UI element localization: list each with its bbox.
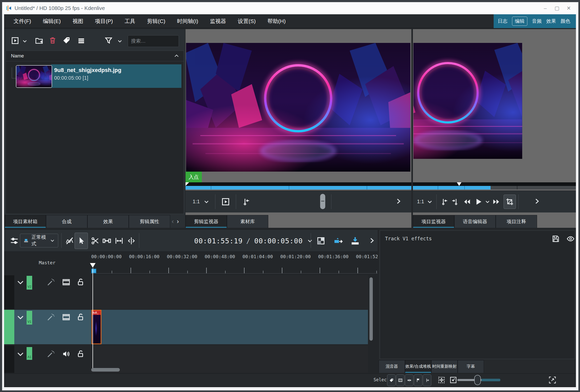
mix-clips-icon[interactable] [65,236,74,245]
zoom-level[interactable]: 1:1 [193,199,200,205]
tab-subtitles[interactable]: 字幕 [458,360,484,373]
filter-button[interactable] [104,36,113,45]
create-folder-button[interactable] [35,36,43,45]
tab-speech-editor[interactable]: 语音编辑器 [454,215,496,228]
tab-project-notes[interactable]: 项目注释 [496,215,537,228]
timeline-horizontal-scrollbar[interactable] [91,368,120,372]
insert-zone-icon[interactable] [333,236,343,246]
maximize-button[interactable]: ▢ [551,3,563,13]
menu-settings[interactable]: 设置(S) [232,14,262,28]
lock-open-icon[interactable] [76,350,85,358]
menu-tool[interactable]: 工具 [119,14,141,28]
selection-tool-button[interactable] [75,233,88,249]
timeline-vertical-scrollbar[interactable] [369,277,373,341]
resize-tool-icon[interactable] [114,236,124,245]
rewind-icon[interactable] [462,197,471,206]
mixed-audio-video-icon[interactable] [316,236,326,245]
snap-toggle[interactable] [423,374,431,386]
menu-timeline[interactable]: 时间轴(I) [171,14,204,28]
slip-tool-icon[interactable] [127,236,136,245]
tab-project-bin[interactable]: 项目素材箱 [5,215,46,228]
show-markers-toggle[interactable] [414,374,422,386]
clip-thumbnail[interactable] [16,65,52,88]
chevron-down-icon[interactable] [427,199,433,205]
tab-clip-monitor[interactable]: 剪辑监视器 [185,215,227,228]
chevron-down-icon[interactable] [203,199,210,205]
tab-time-remap[interactable]: 时间重新映射 [431,360,458,373]
delete-button[interactable] [49,36,57,44]
zoom-level[interactable]: 1:1 [417,199,424,205]
track-effects-wand-icon[interactable] [47,350,55,358]
timeline-zone-marker[interactable] [91,269,96,273]
track-effects-wand-icon[interactable] [47,313,55,322]
add-clip-button[interactable] [11,36,19,45]
tab-effects[interactable]: 效果 [87,215,129,228]
workspace-logging[interactable]: 日志 [498,18,507,25]
show-effects-eye-icon[interactable] [566,235,575,243]
menu-view[interactable]: 视图 [67,14,89,28]
track-effects-wand-icon[interactable] [47,278,55,287]
track-video-icon[interactable] [62,313,71,322]
menu-help[interactable]: 帮助(H) [262,14,292,28]
edit-mode-dropdown[interactable]: 正常模式 [20,234,58,247]
zoom-to-fit-icon[interactable] [449,376,457,384]
fit-zoom-icon[interactable] [437,376,446,384]
overwrite-zone-icon[interactable] [350,236,360,246]
workspace-color[interactable]: 颜色 [561,18,570,25]
set-in-point-icon[interactable] [242,197,250,206]
chevron-down-icon[interactable] [485,199,490,205]
toolbar-overflow-icon[interactable] [533,197,541,205]
tag-button[interactable] [62,36,71,44]
show-video-thumbnails-toggle[interactable] [396,374,404,386]
track-label-v1[interactable]: V1 [27,311,32,325]
workspace-editing[interactable]: 编辑 [512,17,527,26]
toolbar-overflow-icon[interactable] [395,197,402,205]
workspace-audio[interactable]: 音频 [532,18,542,25]
show-audio-thumbnails-toggle[interactable] [405,374,413,386]
tab-project-monitor[interactable]: 项目监视器 [413,215,454,228]
tab-mixer[interactable]: 混音器 [379,360,405,373]
fullscreen-expand-icon[interactable] [548,376,556,384]
clip-monitor-playhead[interactable] [185,182,189,186]
minimize-button[interactable]: – [539,3,551,13]
menu-clip[interactable]: 剪辑(C) [141,14,171,28]
search-input[interactable] [128,35,179,47]
chevron-down-icon[interactable] [16,278,25,287]
tab-compositions[interactable]: 合成 [46,215,87,228]
clip-zone-icon[interactable] [221,197,230,206]
set-in-point-icon[interactable] [440,198,448,206]
speaker-icon[interactable] [62,350,71,358]
fast-forward-icon[interactable] [492,197,501,206]
save-effect-stack-icon[interactable] [552,235,560,243]
playhead-handle[interactable] [90,263,96,268]
razor-tool-icon[interactable] [90,236,100,245]
tab-clip-properties[interactable]: 剪辑属性 [129,215,170,228]
project-monitor-playhead[interactable] [457,182,461,186]
menu-edit[interactable]: 编辑(E) [37,14,67,28]
menu-file[interactable]: 文件(F) [8,14,37,28]
chevron-down-icon[interactable] [16,313,25,322]
spacer-tool-icon[interactable] [102,236,111,245]
track-target-a1[interactable] [4,346,14,373]
track-body-a1[interactable] [91,346,368,373]
bin-menu-button[interactable] [77,37,85,45]
project-monitor-seekbar[interactable] [413,186,491,189]
set-out-point-icon[interactable] [451,198,459,206]
lock-open-icon[interactable] [76,313,85,322]
track-target-v1[interactable] [4,310,14,344]
track-label-v2[interactable]: V2 [27,276,32,290]
monitor-audio-slider[interactable] [320,194,325,209]
name-column-header[interactable]: Name [6,51,184,61]
chevron-down-icon[interactable] [16,350,25,358]
tab-library[interactable]: 素材库 [227,215,268,228]
track-video-icon[interactable] [62,278,71,287]
tab-scroll-right-icon[interactable]: › [175,215,180,228]
tab-effect-stack[interactable]: 效果/合成堆栈 [405,360,431,373]
play-icon[interactable] [473,197,483,207]
crop-zone-icon[interactable] [504,195,516,209]
track-label-a1[interactable]: A1 [27,347,32,360]
clip-monitor-seekbar[interactable] [185,186,411,189]
timecode-display[interactable]: 00:01:55:19 / 00:00:05:00 [194,230,313,252]
toolbar-overflow-icon[interactable] [368,237,376,244]
lock-open-icon[interactable] [76,278,85,287]
